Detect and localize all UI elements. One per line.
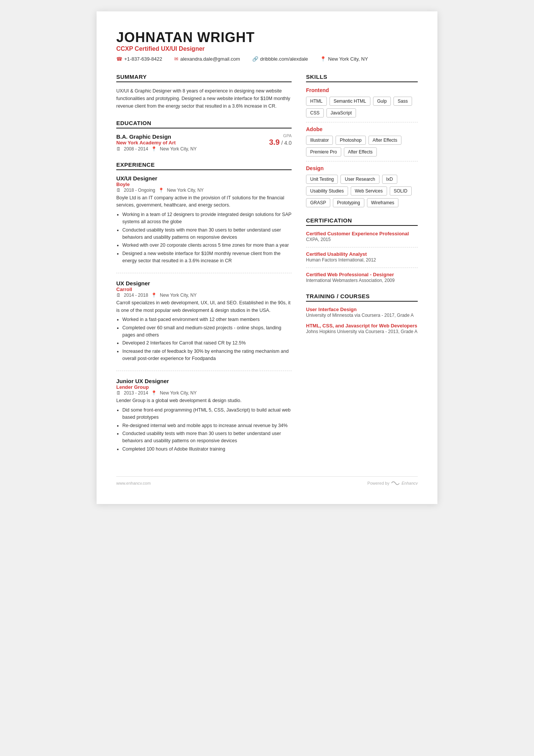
skill-usability-studies: Usability Studies	[306, 186, 348, 196]
skill-category-frontend: Frontend	[306, 87, 418, 93]
skill-user-research: User Research	[340, 175, 379, 184]
powered-by-text: Powered by	[367, 481, 389, 485]
footer-powered: Powered by Enhancv	[367, 481, 418, 486]
education-main: B.A. Graphic Design New York Academy of …	[116, 133, 269, 152]
candidate-title: CCXP Certified UX/UI Designer	[116, 45, 418, 52]
pin-icon-1: 📍	[158, 188, 164, 193]
cert-divider-2	[306, 268, 418, 268]
cert-3: Certified Web Professional - Designer In…	[306, 272, 418, 283]
pin-icon: 📍	[151, 146, 157, 152]
cert-1: Certified Customer Experience Profession…	[306, 231, 418, 242]
bullet-item: Re-designed internal web and mobile apps…	[122, 422, 292, 429]
bullet-item: Completed over 60 small and medium-sized…	[122, 324, 292, 339]
gpa-max: / 4.0	[281, 140, 292, 146]
experience-section: EXPERIENCE UX/UI Designer Boyle 🗓 2018 -…	[116, 161, 292, 453]
resume-page: JOHNATAN WRIGHT CCXP Certified UX/UI Des…	[97, 11, 437, 504]
education-gpa: GPA 3.9 / 4.0	[269, 133, 292, 147]
gpa-label: GPA	[269, 133, 292, 138]
exp-divider-1	[116, 273, 292, 273]
edu-meta: 🗓 2008 - 2014 📍 New York City, NY	[116, 146, 269, 152]
job-3-meta: 🗓 2013 - 2014 📍 New York City, NY	[116, 390, 292, 396]
contact-info: ☎ +1-837-639-8422 ✉ alexandra.dale@gmail…	[116, 56, 418, 63]
certification-title: CERTIFICATION	[306, 217, 418, 226]
skill-after-effects-2: After Effects	[344, 147, 377, 157]
training-1-name: User Interface Design	[306, 307, 418, 312]
bullet-item: Worked in a fast-paced environment with …	[122, 316, 292, 323]
cert-1-name: Certified Customer Experience Profession…	[306, 231, 418, 236]
skill-web-services: Web Services	[351, 186, 387, 196]
cal-icon-2: 🗓	[116, 293, 121, 298]
pin-icon-3: 📍	[151, 390, 157, 396]
location-value: New York City, NY	[328, 56, 368, 62]
training-2-name: HTML, CSS, and Javascript for Web Develo…	[306, 323, 418, 329]
phone-contact: ☎ +1-837-639-8422	[116, 56, 162, 62]
skill-category-design: Design	[306, 165, 418, 171]
website-value: dribbble.com/alexdale	[260, 56, 308, 62]
job-3-desc: Lender Group is a global web development…	[116, 397, 292, 404]
job-3-bullets: Did some front-end programming (HTML 5, …	[116, 407, 292, 453]
job-1: UX/UI Designer Boyle 🗓 2018 - Ongoing 📍 …	[116, 175, 292, 265]
phone-value: +1-837-639-8422	[124, 56, 162, 62]
bullet-item: Conducted usability tests with more than…	[122, 227, 292, 241]
skill-unit-testing: Unit Testing	[306, 175, 338, 184]
web-icon: 🔗	[252, 56, 258, 62]
cert-3-name: Certified Web Professional - Designer	[306, 272, 418, 277]
pin-icon-2: 📍	[151, 293, 157, 298]
location-contact: 📍 New York City, NY	[320, 56, 368, 62]
bullet-item: Designed a new website interface for $10…	[122, 250, 292, 265]
training-2-detail: Johns Hopkins University via Coursera - …	[306, 329, 418, 334]
frontend-tags: HTML Semantic HTML Gulp Sass CSS JavaScr…	[306, 97, 418, 117]
skill-css: CSS	[306, 108, 324, 117]
adobe-tags: Illustrator Photoshop After Effects Prem…	[306, 136, 418, 157]
certification-section: CERTIFICATION Certified Customer Experie…	[306, 217, 418, 283]
cert-2-detail: Human Factors International, 2012	[306, 257, 418, 263]
email-icon: ✉	[174, 56, 178, 62]
job-1-meta: 🗓 2018 - Ongoing 📍 New York City, NY	[116, 188, 292, 193]
candidate-name: JOHNATAN WRIGHT	[116, 30, 418, 45]
skills-title: SKILLS	[306, 74, 418, 82]
cert-2-name: Certified Usability Analyst	[306, 251, 418, 257]
job-2-location: New York City, NY	[160, 293, 197, 298]
job-2: UX Designer Carroll 🗓 2014 - 2018 📍 New …	[116, 280, 292, 362]
job-2-company: Carroll	[116, 286, 292, 292]
job-1-company: Boyle	[116, 182, 292, 187]
skill-premiere-pro: Premiere Pro	[306, 147, 341, 157]
job-1-years: 2018 - Ongoing	[124, 188, 155, 193]
bullet-item: Did some front-end programming (HTML 5, …	[122, 407, 292, 421]
education-section: EDUCATION B.A. Graphic Design New York A…	[116, 120, 292, 152]
skill-semantic-html: Semantic HTML	[329, 97, 370, 106]
skill-divider-2	[306, 161, 418, 161]
cert-3-detail: International Webmasters Association, 20…	[306, 278, 418, 283]
enhancv-logo-icon	[391, 481, 400, 486]
training-section: TRAINING / COURSES User Interface Design…	[306, 293, 418, 334]
edu-years: 2008 - 2014	[124, 146, 148, 152]
cal-icon-1: 🗓	[116, 188, 121, 193]
job-2-years: 2014 - 2018	[124, 293, 148, 298]
email-value: alexandra.dale@gmail.com	[180, 56, 240, 62]
job-3-title: Junior UX Designer	[116, 378, 292, 384]
bullet-item: Increased the rate of feedback by 30% by…	[122, 348, 292, 363]
cal-icon: 🗓	[116, 146, 121, 152]
job-3-years: 2013 - 2014	[124, 390, 148, 396]
job-1-bullets: Working in a team of 12 designers to pro…	[116, 211, 292, 265]
experience-title: EXPERIENCE	[116, 161, 292, 170]
job-3: Junior UX Designer Lender Group 🗓 2013 -…	[116, 378, 292, 453]
training-title: TRAINING / COURSES	[306, 293, 418, 302]
job-2-desc: Carroll specializes in web development, …	[116, 299, 292, 314]
skill-after-effects: After Effects	[368, 136, 401, 145]
edu-degree: B.A. Graphic Design	[116, 133, 269, 140]
skill-grasp: GRASP	[306, 198, 330, 207]
bullet-item: Working in a team of 12 designers to pro…	[122, 211, 292, 226]
skill-illustrator: Illustrator	[306, 136, 333, 145]
gpa-value: 3.9	[269, 138, 279, 146]
design-tags: Unit Testing User Research IxD Usability…	[306, 175, 418, 207]
summary-text: UX/UI & Graphic Designer with 8 years of…	[116, 87, 292, 110]
bullet-item: Conducted usability tests with more than…	[122, 430, 292, 445]
skill-category-adobe: Adobe	[306, 126, 418, 132]
main-layout: SUMMARY UX/UI & Graphic Designer with 8 …	[116, 74, 418, 463]
skill-divider-1	[306, 122, 418, 122]
footer: www.enhancv.com Powered by Enhancv	[116, 476, 418, 486]
email-contact: ✉ alexandra.dale@gmail.com	[174, 56, 240, 62]
summary-section: SUMMARY UX/UI & Graphic Designer with 8 …	[116, 74, 292, 110]
job-2-title: UX Designer	[116, 280, 292, 286]
